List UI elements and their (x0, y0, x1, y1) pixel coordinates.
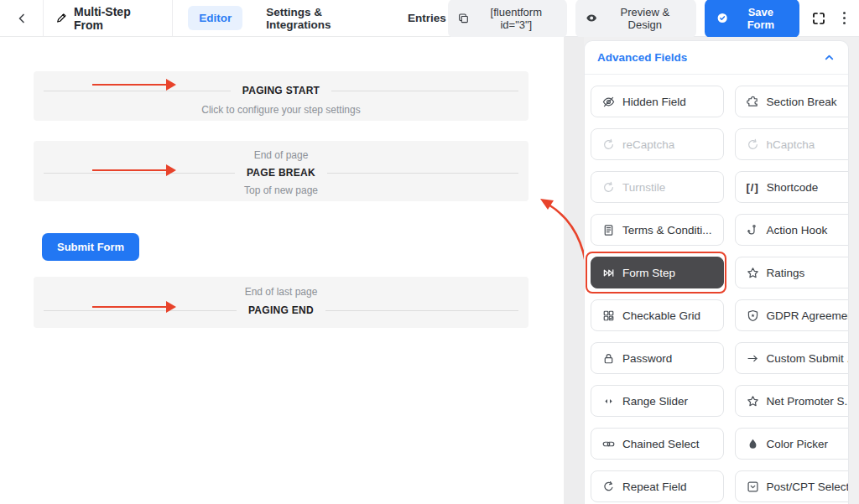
form-editor-canvas: PAGING START Click to configure your ste… (0, 37, 564, 504)
step-forward-icon (602, 267, 615, 279)
field-checkable-grid[interactable]: Checkable Grid (591, 299, 724, 331)
field-range-slider[interactable]: Range Slider (591, 385, 724, 417)
field-shortcode[interactable]: [/] Shortcode (735, 171, 849, 203)
droplet-icon (747, 438, 759, 450)
star-icon (747, 395, 759, 408)
field-action-hook[interactable]: Action Hook (735, 214, 849, 246)
tab-settings-integrations[interactable]: Settings & Integrations (264, 0, 384, 37)
preview-design-label: Preview & Design (604, 6, 686, 31)
top-toolbar: Multi-Step From Editor Settings & Integr… (0, 0, 859, 37)
submit-form-button[interactable]: Submit Form (42, 233, 139, 261)
chevron-left-icon (15, 12, 29, 25)
field-net-promoter-score[interactable]: Net Promoter S... (735, 385, 849, 417)
field-password[interactable]: Password (591, 342, 724, 374)
field-terms-conditions[interactable]: Terms & Conditi... (591, 214, 724, 246)
field-chained-select[interactable]: Chained Select (591, 428, 724, 460)
save-form-label: Save Form (734, 6, 787, 31)
workspace: PAGING START Click to configure your ste… (0, 37, 859, 504)
field-color-picker[interactable]: Color Picker (735, 428, 849, 460)
field-turnstile[interactable]: Turnstile (591, 171, 724, 203)
field-form-step[interactable]: Form Step (591, 257, 724, 288)
advanced-fields-grid: Hidden Field Section Break reCaptcha hCa… (585, 75, 848, 504)
back-button[interactable] (0, 0, 44, 36)
header-actions: [fluentform id="3"] Preview & Design Sav… (448, 0, 859, 38)
paging-end-title: PAGING END (237, 304, 325, 316)
field-hidden-field[interactable]: Hidden Field (591, 86, 724, 117)
paging-start-subtitle: Click to configure your step settings (34, 104, 528, 116)
tab-entries[interactable]: Entries (406, 6, 448, 30)
tab-editor[interactable]: Editor (188, 6, 242, 30)
field-repeat-field[interactable]: Repeat Field (591, 470, 724, 502)
grid-check-icon (602, 309, 615, 322)
copy-icon (458, 13, 469, 24)
chain-icon (602, 438, 615, 450)
field-recaptcha[interactable]: reCaptcha (591, 128, 724, 160)
hook-icon (747, 224, 759, 236)
field-custom-submit[interactable]: Custom Submit ... (735, 342, 849, 374)
page-title: Multi-Step From (74, 5, 160, 32)
header-tabs: Editor Settings & Integrations Entries (173, 0, 447, 37)
more-options-button[interactable] (838, 8, 851, 28)
page-break-top-label: End of page (34, 149, 528, 161)
field-ratings[interactable]: Ratings (735, 257, 849, 288)
shield-icon (747, 309, 759, 322)
page-break-bottom-label: Top of new page (34, 184, 528, 196)
preview-design-button[interactable]: Preview & Design (575, 0, 695, 38)
slider-icon (602, 395, 615, 408)
eye-icon (586, 12, 597, 24)
kebab-icon (843, 12, 846, 14)
editor-scroll-gutter[interactable] (564, 37, 584, 504)
lock-icon (602, 352, 615, 365)
fields-sidebar: Advanced Fields Hidden Field Section Bre… (584, 40, 849, 504)
advanced-fields-title: Advanced Fields (597, 51, 687, 64)
captcha-icon (602, 138, 615, 151)
paging-start-title: PAGING START (231, 85, 332, 96)
eye-off-icon (602, 96, 615, 108)
captcha-icon (747, 138, 759, 151)
paging-end-top-label: End of last page (34, 286, 528, 298)
shortcode-copy-button[interactable]: [fluentform id="3"] (448, 0, 568, 38)
puzzle-icon (747, 96, 759, 108)
save-form-button[interactable]: Save Form (705, 0, 799, 38)
post-select-icon (747, 481, 759, 493)
repeat-icon (602, 481, 615, 493)
advanced-fields-section-header[interactable]: Advanced Fields (585, 41, 848, 75)
document-icon (602, 224, 615, 236)
field-gdpr-agreement[interactable]: GDPR Agreement (735, 299, 849, 331)
arrow-right-icon (747, 352, 759, 365)
form-title-group: Multi-Step From (44, 0, 173, 36)
page-break-title: PAGE BREAK (235, 167, 327, 179)
pencil-icon[interactable] (55, 12, 68, 24)
paging-start-block[interactable]: PAGING START Click to configure your ste… (34, 71, 528, 121)
fullscreen-button[interactable] (808, 8, 830, 29)
field-post-cpt-selection[interactable]: Post/CPT Select... (735, 470, 849, 502)
shortcode-icon: [/] (747, 181, 759, 194)
field-hcaptcha[interactable]: hCaptcha (735, 128, 849, 160)
chevron-up-icon (823, 51, 836, 64)
paging-end-block[interactable]: End of last page PAGING END (34, 277, 528, 328)
fullscreen-icon (811, 11, 826, 26)
check-circle-icon (716, 12, 728, 24)
star-icon (747, 267, 759, 279)
page-break-block[interactable]: End of page PAGE BREAK Top of new page (34, 141, 528, 201)
field-section-break[interactable]: Section Break (735, 86, 849, 117)
shortcode-text: [fluentform id="3"] (475, 6, 557, 31)
captcha-icon (602, 181, 615, 194)
